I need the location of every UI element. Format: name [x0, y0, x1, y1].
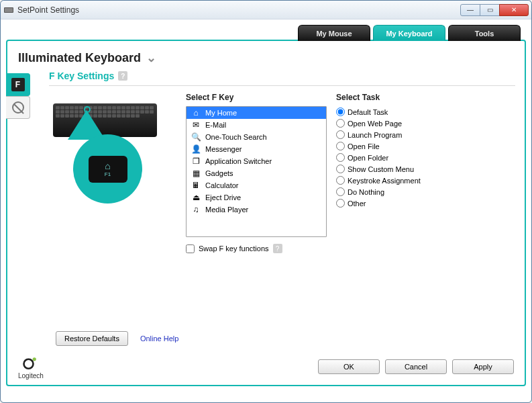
app-icon — [3, 5, 14, 15]
magnified-key-label: F1 — [105, 171, 111, 177]
task-label: Open File — [348, 142, 380, 150]
fkey-item[interactable]: ♫Media Player — [187, 204, 326, 216]
search-icon: 🔍 — [191, 132, 201, 142]
messenger-icon: 👤 — [191, 144, 201, 154]
tab-tools[interactable]: Tools — [448, 25, 521, 41]
task-item: Default Task — [336, 106, 515, 118]
tab-my-mouse[interactable]: My Mouse — [298, 25, 370, 41]
main-column: F Key Settings ? — [30, 69, 525, 253]
fkey-item[interactable]: ⌂My Home — [187, 107, 326, 119]
window-controls: — ▭ ✕ — [461, 4, 529, 16]
swap-label[interactable]: Swap F key functions — [199, 244, 269, 253]
fkey-column: Select F Key ⌂My Home✉E-Mail🔍One-Touch S… — [186, 93, 327, 253]
fkey-item[interactable]: 👤Messenger — [187, 143, 326, 155]
footer-row: Restore Defaults Online Help — [15, 331, 517, 346]
switcher-icon: ❐ — [191, 156, 201, 166]
svg-point-3 — [33, 357, 36, 361]
task-list: Default TaskOpen Web PageLaunch ProgramO… — [336, 106, 515, 209]
restore-defaults-button[interactable]: Restore Defaults — [56, 331, 128, 346]
fkey-item-label: One-Touch Search — [205, 133, 267, 141]
task-label: Open Web Page — [348, 120, 402, 128]
main-panel: Illuminated Keyboard ⌄ F F Key Settings … — [6, 40, 526, 386]
cancel-button[interactable]: Cancel — [385, 359, 447, 374]
keyboard-illustration: ⌂ F1 — [49, 101, 166, 228]
disable-icon — [12, 101, 24, 114]
task-item: Show Custom Menu — [336, 163, 515, 175]
media-icon: ♫ — [191, 205, 201, 214]
fkey-item-label: Media Player — [205, 206, 248, 214]
fkey-list[interactable]: ⌂My Home✉E-Mail🔍One-Touch Search👤Messeng… — [186, 106, 327, 237]
home-icon: ⌂ — [191, 108, 201, 118]
fkey-heading: Select F Key — [186, 93, 327, 102]
task-radio[interactable] — [336, 165, 345, 173]
online-help-link[interactable]: Online Help — [140, 334, 178, 343]
fkey-item[interactable]: ✉E-Mail — [187, 119, 326, 131]
content: My Mouse My Keyboard Tools Illuminated K… — [1, 19, 531, 402]
fkey-item[interactable]: ⏏Eject Drive — [187, 191, 326, 204]
task-radio[interactable] — [336, 130, 345, 139]
svg-point-2 — [23, 359, 33, 369]
chevron-down-icon: ⌄ — [146, 50, 156, 65]
help-icon[interactable]: ? — [118, 71, 127, 81]
tab-my-keyboard[interactable]: My Keyboard — [373, 25, 445, 41]
window-title: SetPoint Settings — [17, 5, 79, 15]
divider — [49, 85, 515, 86]
minimize-button[interactable]: — — [460, 4, 480, 16]
fkey-item[interactable]: 🔍One-Touch Search — [187, 131, 326, 143]
task-label: Default Task — [348, 108, 388, 116]
fkey-item[interactable]: 🖩Calculator — [187, 179, 326, 191]
close-button[interactable]: ✕ — [499, 4, 529, 16]
home-icon: ⌂ — [105, 161, 110, 171]
logitech-logo: Logitech — [18, 353, 44, 379]
task-label: Show Custom Menu — [348, 165, 414, 173]
maximize-button[interactable]: ▭ — [480, 4, 500, 16]
fkey-item-label: E-Mail — [205, 121, 226, 129]
task-radio[interactable] — [336, 187, 345, 196]
device-name: Illuminated Keyboard — [18, 51, 141, 65]
task-label: Do Nothing — [348, 188, 384, 196]
task-item: Other — [336, 197, 515, 209]
brand-label: Logitech — [18, 372, 44, 379]
task-column: Select Task Default TaskOpen Web PageLau… — [336, 93, 515, 253]
dialog-buttons: OK Cancel Apply — [318, 359, 514, 374]
task-item: Do Nothing — [336, 186, 515, 197]
titlebar: SetPoint Settings — ▭ ✕ — [1, 1, 531, 19]
fkey-item[interactable]: ▦Gadgets — [187, 167, 326, 179]
side-tab-fkey[interactable]: F — [6, 73, 30, 96]
swap-row: Swap F key functions ? — [186, 244, 327, 253]
side-tabs: F — [6, 73, 30, 253]
fkey-item[interactable]: ❐Application Switcher — [187, 155, 326, 167]
svg-rect-1 — [5, 8, 13, 12]
fkey-item-label: Messenger — [205, 145, 242, 153]
three-columns: ⌂ F1 Select F Key ⌂My Home✉E-Mail🔍One-To… — [49, 93, 515, 253]
task-radio[interactable] — [336, 199, 345, 208]
gadgets-icon: ▦ — [191, 169, 201, 178]
section-title: F Key Settings — [49, 71, 114, 81]
fkey-item-label: Eject Drive — [205, 193, 241, 202]
top-tabs: My Mouse My Keyboard Tools — [6, 25, 521, 41]
task-label: Open Folder — [348, 154, 388, 162]
apply-button[interactable]: Apply — [452, 359, 514, 374]
swap-checkbox[interactable] — [186, 244, 195, 253]
magnify-circle: ⌂ F1 — [73, 134, 142, 204]
eject-icon: ⏏ — [191, 193, 201, 202]
device-selector[interactable]: Illuminated Keyboard ⌄ — [7, 41, 525, 69]
ok-button[interactable]: OK — [318, 359, 380, 374]
task-radio[interactable] — [336, 107, 345, 116]
task-radio[interactable] — [336, 153, 345, 162]
task-item: Open Folder — [336, 152, 515, 163]
setpoint-window: SetPoint Settings — ▭ ✕ My Mouse My Keyb… — [0, 0, 532, 403]
task-radio[interactable] — [336, 176, 345, 185]
help-icon[interactable]: ? — [273, 244, 282, 253]
section-title-row: F Key Settings ? — [49, 69, 515, 81]
calculator-icon: 🖩 — [191, 181, 201, 190]
task-radio[interactable] — [336, 142, 345, 150]
fkey-item-label: Calculator — [205, 181, 239, 189]
task-heading: Select Task — [336, 93, 515, 102]
body-row: F F Key Settings ? — [7, 69, 525, 253]
mail-icon: ✉ — [191, 120, 201, 130]
f-key-icon: F — [11, 78, 25, 91]
task-radio[interactable] — [336, 119, 345, 128]
side-tab-disable[interactable] — [6, 96, 30, 119]
task-item: Keystroke Assignment — [336, 175, 515, 186]
